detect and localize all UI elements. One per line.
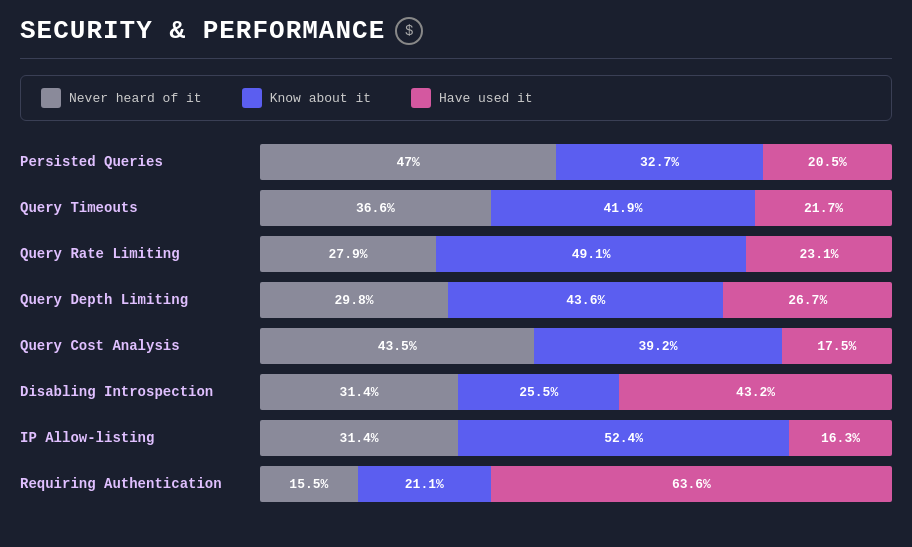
chart-legend: Never heard of it Know about it Have use…	[20, 75, 892, 121]
bar-container: 36.6%41.9%21.7%	[260, 190, 892, 226]
bar-know: 25.5%	[458, 374, 619, 410]
bar-used: 20.5%	[763, 144, 892, 180]
row-label: Disabling Introspection	[20, 384, 260, 400]
bar-used: 43.2%	[619, 374, 892, 410]
row-label: Persisted Queries	[20, 154, 260, 170]
legend-never: Never heard of it	[41, 88, 202, 108]
row-label: IP Allow-listing	[20, 430, 260, 446]
bar-never: 43.5%	[260, 328, 534, 364]
bar-know: 52.4%	[458, 420, 789, 456]
chart-row: Query Depth Limiting29.8%43.6%26.7%	[20, 279, 892, 321]
bar-used: 17.5%	[782, 328, 892, 364]
bar-never: 36.6%	[260, 190, 491, 226]
row-label: Query Depth Limiting	[20, 292, 260, 308]
row-label: Query Cost Analysis	[20, 338, 260, 354]
legend-never-label: Never heard of it	[69, 91, 202, 106]
legend-used: Have used it	[411, 88, 533, 108]
bar-know: 32.7%	[556, 144, 762, 180]
bar-never: 29.8%	[260, 282, 448, 318]
chart-row: Persisted Queries47%32.7%20.5%	[20, 141, 892, 183]
page-header: SECURITY & PERFORMANCE $	[20, 16, 892, 59]
legend-never-swatch	[41, 88, 61, 108]
legend-used-label: Have used it	[439, 91, 533, 106]
legend-know: Know about it	[242, 88, 371, 108]
row-label: Query Timeouts	[20, 200, 260, 216]
bar-container: 31.4%52.4%16.3%	[260, 420, 892, 456]
bar-never: 31.4%	[260, 374, 458, 410]
bar-used: 63.6%	[491, 466, 892, 502]
chart-row: Requiring Authentication15.5%21.1%63.6%	[20, 463, 892, 505]
page-container: SECURITY & PERFORMANCE $ Never heard of …	[0, 0, 912, 521]
legend-know-swatch	[242, 88, 262, 108]
bar-know: 41.9%	[491, 190, 755, 226]
chart-row: Query Timeouts36.6%41.9%21.7%	[20, 187, 892, 229]
legend-used-swatch	[411, 88, 431, 108]
bar-used: 21.7%	[755, 190, 892, 226]
bar-never: 27.9%	[260, 236, 436, 272]
bar-used: 26.7%	[723, 282, 892, 318]
bar-container: 31.4%25.5%43.2%	[260, 374, 892, 410]
bar-never: 15.5%	[260, 466, 358, 502]
bar-know: 43.6%	[448, 282, 723, 318]
bar-never: 47%	[260, 144, 556, 180]
bar-container: 43.5%39.2%17.5%	[260, 328, 892, 364]
row-label: Query Rate Limiting	[20, 246, 260, 262]
bar-know: 21.1%	[358, 466, 491, 502]
dollar-icon: $	[395, 17, 423, 45]
chart-row: IP Allow-listing31.4%52.4%16.3%	[20, 417, 892, 459]
bar-used: 23.1%	[746, 236, 892, 272]
page-title: SECURITY & PERFORMANCE	[20, 16, 385, 46]
bar-container: 15.5%21.1%63.6%	[260, 466, 892, 502]
bar-container: 47%32.7%20.5%	[260, 144, 892, 180]
bar-used: 16.3%	[789, 420, 892, 456]
chart-row: Query Cost Analysis43.5%39.2%17.5%	[20, 325, 892, 367]
bar-know: 39.2%	[534, 328, 781, 364]
row-label: Requiring Authentication	[20, 476, 260, 492]
chart-row: Query Rate Limiting27.9%49.1%23.1%	[20, 233, 892, 275]
bar-never: 31.4%	[260, 420, 458, 456]
bar-container: 29.8%43.6%26.7%	[260, 282, 892, 318]
legend-know-label: Know about it	[270, 91, 371, 106]
bar-container: 27.9%49.1%23.1%	[260, 236, 892, 272]
chart-row: Disabling Introspection31.4%25.5%43.2%	[20, 371, 892, 413]
chart-rows: Persisted Queries47%32.7%20.5%Query Time…	[20, 141, 892, 505]
bar-know: 49.1%	[436, 236, 746, 272]
